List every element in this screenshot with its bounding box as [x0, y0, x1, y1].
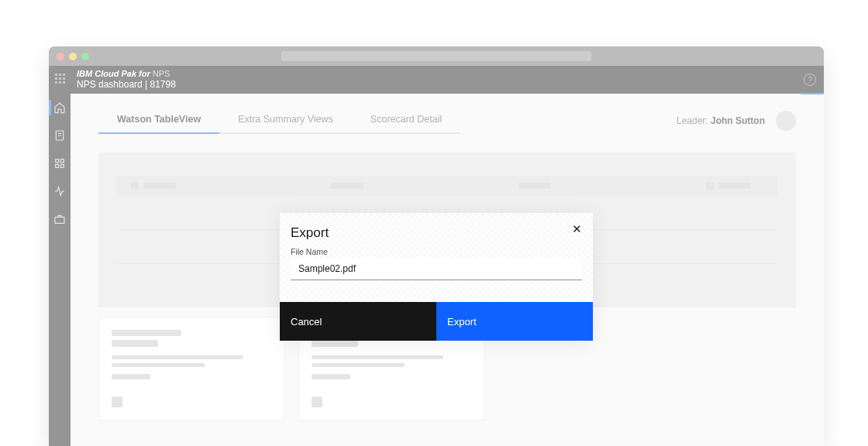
cancel-button[interactable]: Cancel: [280, 302, 436, 341]
file-name-input[interactable]: [291, 258, 582, 280]
file-name-label: File Name: [291, 247, 582, 256]
window-frame: IBM Cloud Pak for NPS NPS dashboard | 81…: [49, 46, 824, 446]
modal-title: Export: [291, 225, 582, 241]
export-button[interactable]: Export: [436, 302, 593, 341]
export-modal: ✕ Export File Name Cancel Export: [280, 213, 593, 341]
modal-overlay[interactable]: ✕ Export File Name Cancel Export: [49, 46, 824, 446]
close-icon[interactable]: ✕: [568, 221, 585, 238]
